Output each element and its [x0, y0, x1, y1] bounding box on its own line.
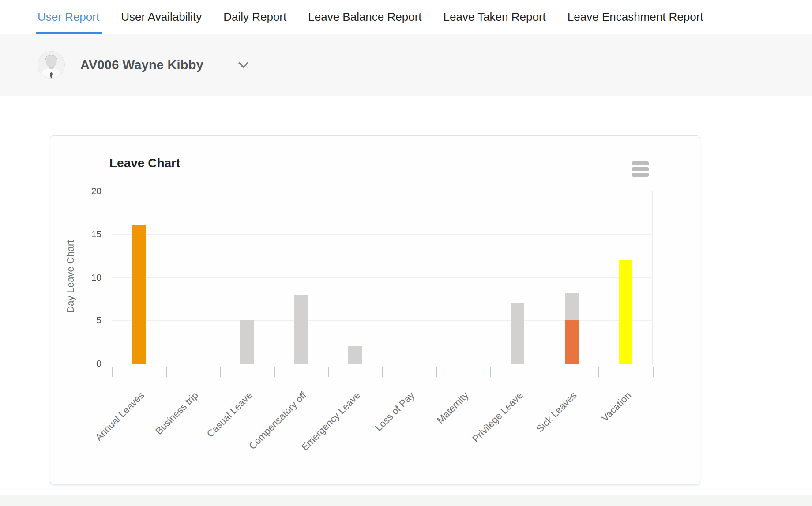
bar-segment[interactable]: [132, 225, 146, 364]
x-axis-tick: [166, 367, 167, 377]
hamburger-menu-icon: [632, 173, 649, 177]
chevron-down-icon[interactable]: [238, 58, 248, 68]
footer-strip: [0, 495, 812, 506]
x-axis-label: Sick Leaves: [534, 390, 579, 435]
bar-segment[interactable]: [619, 260, 632, 364]
report-tab-bar: User Report User Availability Daily Repo…: [0, 0, 812, 34]
leave-chart-card: Leave Chart Day Leave Chart 05101520Annu…: [50, 135, 700, 484]
y-tick-label: 15: [63, 228, 102, 240]
x-axis-tick: [220, 367, 221, 377]
x-axis-tick: [112, 367, 113, 377]
tab-leave-taken-report[interactable]: Leave Taken Report: [444, 0, 546, 34]
tab-daily-report[interactable]: Daily Report: [223, 0, 286, 34]
x-axis-label: Vacation: [599, 390, 633, 424]
x-axis-tick: [653, 367, 654, 377]
x-axis-label: Casual Leave: [205, 390, 254, 439]
y-tick-label: 20: [63, 185, 102, 197]
x-axis-label: Annual Leaves: [93, 390, 146, 443]
x-axis-tick: [436, 367, 437, 377]
x-axis-label: Privilege Leave: [470, 390, 525, 444]
x-axis-tick: [382, 367, 383, 377]
x-axis-label: Maternity: [435, 390, 471, 426]
y-tick-label: 5: [63, 314, 102, 326]
bar-segment[interactable]: [511, 303, 524, 364]
x-axis-tick: [328, 367, 329, 377]
hamburger-menu-icon: [632, 167, 649, 171]
chart-context-menu-button[interactable]: [632, 161, 649, 177]
x-axis-tick: [545, 367, 545, 377]
x-axis-label: Business trip: [154, 390, 200, 437]
chart-title: Leave Chart: [109, 156, 180, 170]
gridline: [112, 277, 653, 278]
tab-user-report[interactable]: User Report: [38, 0, 99, 34]
y-tick-label: 10: [63, 271, 102, 284]
tab-leave-balance-report[interactable]: Leave Balance Report: [308, 0, 421, 34]
x-axis-tick: [490, 367, 491, 377]
bar-segment[interactable]: [565, 293, 579, 321]
gridline: [112, 364, 653, 364]
x-axis-tick: [598, 367, 599, 377]
content-area: Leave Chart Day Leave Chart 05101520Annu…: [0, 96, 812, 506]
bar-segment[interactable]: [348, 346, 362, 364]
x-axis-tick: [274, 367, 275, 377]
hamburger-menu-icon: [632, 161, 649, 165]
tab-leave-encashment-report[interactable]: Leave Encashment Report: [568, 0, 703, 34]
x-axis-label: Loss of Pay: [373, 390, 417, 433]
x-axis-label: Compensatory off: [247, 390, 308, 451]
gridline: [112, 234, 653, 235]
avatar-photo-icon: [38, 52, 64, 78]
user-selector[interactable]: AV006 Wayne Kibby: [38, 51, 247, 79]
tab-user-availability[interactable]: User Availability: [121, 0, 202, 34]
y-tick-label: 0: [63, 357, 102, 370]
x-axis-label: Emergency Leave: [300, 390, 362, 453]
bar-segment[interactable]: [240, 320, 254, 364]
selected-user-label: AV006 Wayne Kibby: [80, 58, 203, 72]
bar-segment[interactable]: [294, 295, 308, 364]
bar-segment[interactable]: [565, 320, 579, 364]
user-avatar: [38, 51, 65, 79]
gridline: [112, 191, 653, 191]
user-selector-band: AV006 Wayne Kibby: [0, 34, 812, 96]
